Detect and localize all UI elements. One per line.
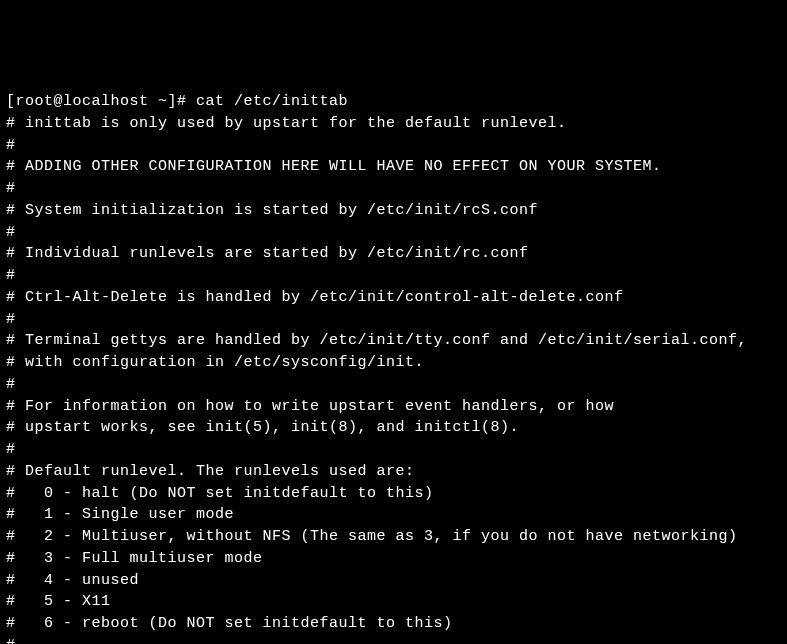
- output-line: #: [6, 265, 781, 287]
- output-line: # 3 - Full multiuser mode: [6, 548, 781, 570]
- terminal-output[interactable]: [root@localhost ~]# cat /etc/inittab# in…: [6, 91, 781, 644]
- output-line: # Individual runlevels are started by /e…: [6, 243, 781, 265]
- output-line: #: [6, 178, 781, 200]
- output-line: # For information on how to write upstar…: [6, 396, 781, 418]
- command-line: [root@localhost ~]# cat /etc/inittab: [6, 91, 781, 113]
- output-line: # 4 - unused: [6, 570, 781, 592]
- output-line: # upstart works, see init(5), init(8), a…: [6, 417, 781, 439]
- output-line: # 2 - Multiuser, without NFS (The same a…: [6, 526, 781, 548]
- output-line: # inittab is only used by upstart for th…: [6, 113, 781, 135]
- output-line: #: [6, 309, 781, 331]
- output-line: #: [6, 135, 781, 157]
- output-line: # Ctrl-Alt-Delete is handled by /etc/ini…: [6, 287, 781, 309]
- output-line: #: [6, 222, 781, 244]
- output-line: # 5 - X11: [6, 591, 781, 613]
- output-line: # System initialization is started by /e…: [6, 200, 781, 222]
- output-line: # with configuration in /etc/sysconfig/i…: [6, 352, 781, 374]
- output-line: # Terminal gettys are handled by /etc/in…: [6, 330, 781, 352]
- output-line: # 1 - Single user mode: [6, 504, 781, 526]
- output-line: # 6 - reboot (Do NOT set initdefault to …: [6, 613, 781, 635]
- output-line: # 0 - halt (Do NOT set initdefault to th…: [6, 483, 781, 505]
- output-line: #: [6, 439, 781, 461]
- output-line: #: [6, 635, 781, 644]
- output-line: # Default runlevel. The runlevels used a…: [6, 461, 781, 483]
- output-line: # ADDING OTHER CONFIGURATION HERE WILL H…: [6, 156, 781, 178]
- output-line: #: [6, 374, 781, 396]
